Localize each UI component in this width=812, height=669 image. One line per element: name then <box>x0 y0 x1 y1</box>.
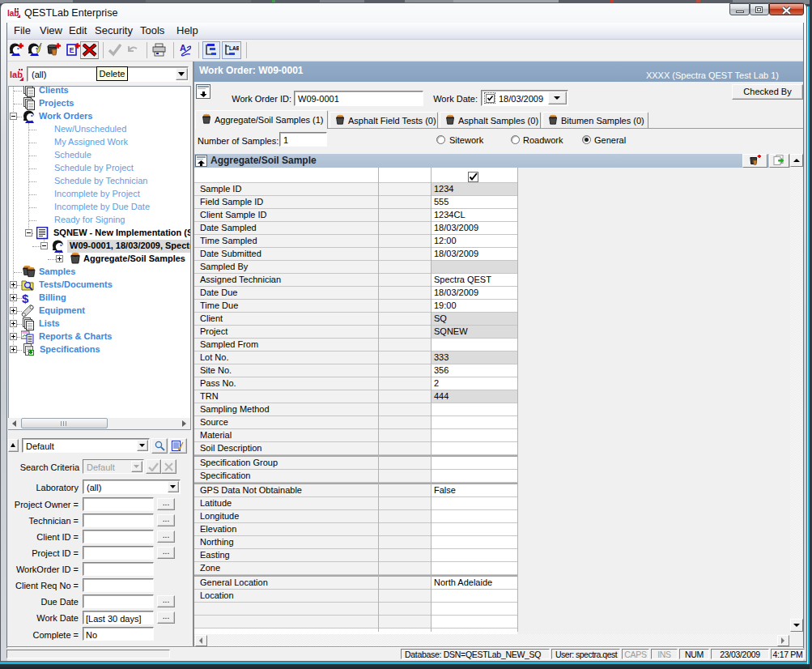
svg-text:lab: lab <box>7 9 19 18</box>
svg-text:E: E <box>70 46 74 54</box>
svg-text:lab: lab <box>10 70 23 79</box>
svg-text:LAB: LAB <box>229 45 239 51</box>
svg-text:A: A <box>180 43 186 53</box>
